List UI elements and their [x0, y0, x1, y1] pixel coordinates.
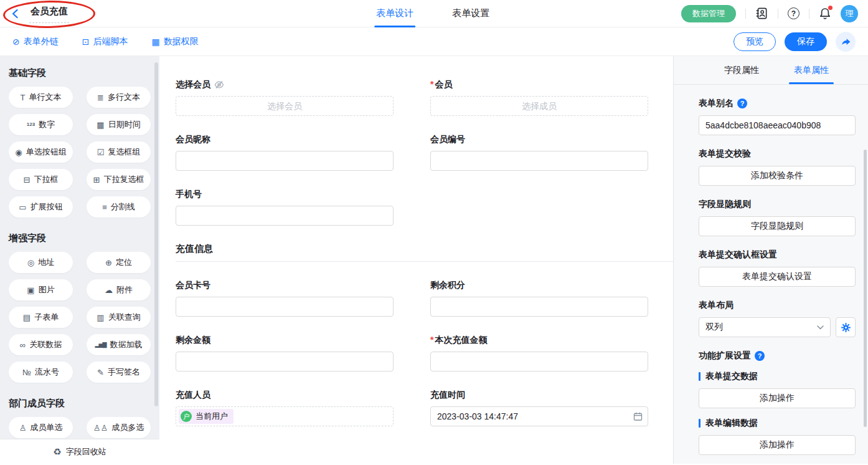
palette-item-label: 数据加载	[110, 339, 142, 350]
field-phone[interactable]: 手机号	[176, 188, 394, 226]
field-member[interactable]: *会员	[430, 79, 648, 116]
panel-scrollbar[interactable]	[864, 150, 867, 427]
palette-item-member-multi[interactable]: ♙♙ 成员多选	[87, 417, 151, 438]
palette-item-checkbox-group[interactable]: ☑ 复选框组	[87, 141, 151, 163]
member-no-input[interactable]	[430, 151, 648, 171]
operator-input[interactable]: 户 当前用户	[176, 406, 394, 426]
data-permission-label: 数据权限	[164, 36, 199, 47]
divider-icon: ≡	[102, 203, 107, 211]
form-canvas[interactable]: 选择会员 *会员 会员昵称	[159, 56, 673, 464]
current-user-tag: 户 当前用户	[179, 409, 234, 424]
field-select-member[interactable]: 选择会员	[176, 79, 394, 116]
multi-select-icon: ⊞	[93, 176, 100, 184]
field-label: 手机号	[176, 189, 202, 200]
select-icon: ⊟	[24, 176, 31, 184]
section-divider[interactable]: 充值信息	[176, 243, 673, 262]
palette-item-multi-line-text[interactable]: ≣ 多行文本	[87, 87, 151, 108]
add-submit-action-button[interactable]: 添加操作	[699, 388, 856, 408]
palette-item-radio-group[interactable]: ◉ 单选按钮组	[9, 141, 73, 163]
field-operator[interactable]: 充值人员 户 当前用户	[176, 389, 394, 426]
balance-input[interactable]	[176, 352, 394, 372]
form-toolbar: ⊘ 表单外链 ⊡ 后端脚本 ▦ 数据权限 预览 保存	[0, 27, 868, 56]
palette-item-multi-select[interactable]: ⊞ 下拉复选框	[87, 169, 151, 190]
back-button[interactable]	[10, 8, 21, 19]
palette-item-select[interactable]: ⊟ 下拉框	[9, 169, 73, 190]
select-member-input[interactable]	[176, 96, 394, 116]
field-visibility-label: 字段显隐规则	[699, 199, 751, 210]
user-avatar-icon: 户	[181, 411, 192, 422]
palette-item-label: 复选框组	[108, 146, 140, 158]
palette-item-extend-button[interactable]: ▭ 扩展按钮	[9, 196, 73, 218]
palette-item-location[interactable]: ⊕ 定位	[87, 252, 151, 273]
palette-item-member-single[interactable]: ♙ 成员单选	[9, 417, 73, 438]
add-validation-button[interactable]: 添加校验条件	[699, 166, 856, 186]
palette-item-subform[interactable]: ▤ 子表单	[9, 307, 73, 328]
palette-item-divider[interactable]: ≡ 分割线	[87, 196, 151, 218]
form-external-link-button[interactable]: ⊘ 表单外链	[12, 36, 59, 47]
form-layout-select[interactable]: 双列	[699, 317, 831, 337]
serial-number-icon: №	[22, 368, 31, 376]
tab-form-settings[interactable]: 表单设置	[452, 0, 489, 27]
card-no-input[interactable]	[176, 297, 394, 317]
field-member-nickname[interactable]: 会员昵称	[176, 133, 394, 171]
help-icon[interactable]: ?	[755, 351, 765, 361]
member-nickname-input[interactable]	[176, 151, 394, 171]
contacts-button[interactable]	[755, 7, 768, 20]
layout-settings-button[interactable]	[836, 317, 856, 337]
palette-item-serial-number[interactable]: № 流水号	[9, 362, 73, 383]
points-input[interactable]	[430, 297, 648, 317]
eye-off-icon	[214, 80, 224, 90]
palette-item-label: 分割线	[111, 201, 135, 213]
share-button[interactable]	[836, 32, 856, 52]
recharge-time-input[interactable]	[430, 406, 648, 426]
form-layout-value: 双列	[705, 322, 723, 333]
data-permission-button[interactable]: ▦ 数据权限	[151, 36, 198, 47]
phone-input[interactable]	[176, 206, 394, 226]
palette-item-image[interactable]: ▣ 图片	[9, 279, 73, 300]
form-alias-input[interactable]	[699, 115, 856, 135]
notifications-button[interactable]	[819, 7, 831, 20]
sidebar-scrollbar[interactable]	[154, 62, 158, 406]
tab-form-properties[interactable]: 表单属性	[794, 56, 829, 84]
palette-item-relation-data[interactable]: ∞ 关联数据	[9, 334, 73, 355]
submit-confirm-button[interactable]: 表单提交确认设置	[699, 267, 856, 287]
avatar[interactable]: 理	[841, 5, 858, 22]
palette-item-datetime[interactable]: ▦ 日期时间	[87, 114, 151, 135]
field-recycle-bin-button[interactable]: ♻ 字段回收站	[0, 439, 159, 464]
palette-item-attachment[interactable]: ☁ 附件	[87, 279, 151, 300]
palette-item-signature[interactable]: ✎ 手写签名	[87, 362, 151, 383]
field-balance[interactable]: 剩余金额	[176, 334, 394, 372]
palette-item-address[interactable]: ◎ 地址	[9, 252, 73, 273]
section-title-basic-fields: 基础字段	[9, 67, 151, 79]
field-label: 会员昵称	[176, 134, 210, 145]
palette-item-label: 下拉框	[34, 174, 58, 185]
field-label: 会员	[435, 79, 452, 89]
field-label: 会员编号	[430, 134, 465, 145]
preview-button[interactable]: 预览	[734, 32, 776, 51]
field-card-no[interactable]: 会员卡号	[176, 279, 394, 317]
palette-item-data-load[interactable]: ▂▅▇ 数据加载	[87, 334, 151, 355]
backend-script-button[interactable]: ⊡ 后端脚本	[82, 36, 128, 47]
palette-item-number[interactable]: 123 数字	[9, 114, 73, 135]
recharge-amount-input[interactable]	[430, 352, 648, 372]
palette-item-relation-query[interactable]: ▥ 关联查询	[87, 307, 151, 328]
data-manage-button[interactable]: 数据管理	[681, 5, 736, 22]
palette-item-single-line-text[interactable]: T 单行文本	[9, 87, 73, 108]
submit-data-label: 表单提交数据	[705, 371, 758, 382]
field-visibility-button[interactable]: 字段显隐规则	[699, 216, 856, 236]
tab-field-properties[interactable]: 字段属性	[724, 56, 759, 84]
permission-icon: ▦	[151, 37, 159, 47]
member-input[interactable]	[430, 96, 648, 116]
help-icon[interactable]: ?	[737, 98, 747, 108]
field-member-no[interactable]: 会员编号	[430, 133, 648, 171]
calendar-icon	[633, 412, 643, 421]
help-button[interactable]: ?	[788, 7, 800, 19]
save-button[interactable]: 保存	[785, 32, 827, 51]
add-edit-action-button[interactable]: 添加操作	[699, 435, 856, 455]
tab-form-design[interactable]: 表单设计	[376, 0, 413, 27]
field-points[interactable]: 剩余积分	[430, 279, 648, 317]
field-recharge-time[interactable]: 充值时间	[430, 389, 648, 426]
pen-icon: ✎	[97, 368, 104, 376]
palette-item-label: 手写签名	[108, 367, 140, 378]
field-recharge-amount[interactable]: *本次充值金额	[430, 334, 648, 372]
